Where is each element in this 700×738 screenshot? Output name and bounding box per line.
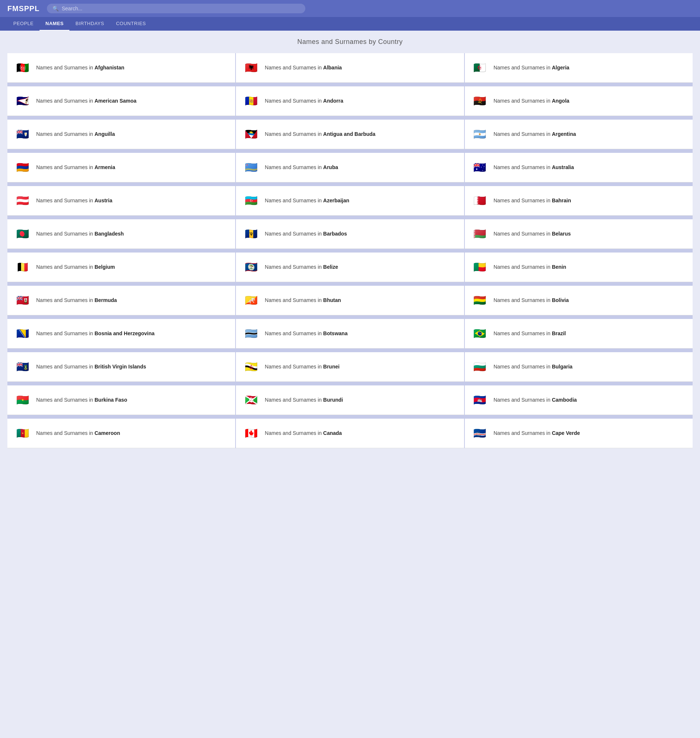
country-label: Names and Surnames in Brunei	[265, 363, 339, 370]
country-flag: 🇦🇺	[471, 161, 489, 174]
country-label: Names and Surnames in Bahrain	[494, 197, 571, 204]
country-label: Names and Surnames in Brazil	[494, 330, 566, 337]
row-separator	[7, 216, 693, 219]
country-card[interactable]: 🇨🇻Names and Surnames in Cape Verde	[465, 419, 693, 448]
row-separator	[7, 183, 693, 185]
country-card[interactable]: 🇦🇸Names and Surnames in American Samoa	[7, 87, 235, 116]
country-card[interactable]: 🇧🇬Names and Surnames in Bulgaria	[465, 352, 693, 382]
country-card[interactable]: 🇧🇦Names and Surnames in Bosnia and Herze…	[7, 319, 235, 348]
country-flag: 🇦🇷	[471, 128, 489, 141]
country-label: Names and Surnames in American Samoa	[36, 97, 137, 105]
countries-grid: 🇦🇫Names and Surnames in Afghanistan🇦🇱Nam…	[7, 53, 693, 448]
country-card[interactable]: 🇰🇭Names and Surnames in Cambodia	[465, 385, 693, 415]
country-card[interactable]: 🇦🇿Names and Surnames in Azerbaijan	[236, 186, 464, 216]
nav-item-names[interactable]: NAMES	[40, 17, 69, 31]
country-card[interactable]: 🇧🇴Names and Surnames in Bolivia	[465, 286, 693, 315]
country-flag: 🇩🇿	[471, 62, 489, 74]
country-flag: 🇧🇾	[471, 228, 489, 240]
country-card[interactable]: 🇧🇿Names and Surnames in Belize	[236, 253, 464, 282]
nav-item-people[interactable]: PEOPLE	[7, 17, 40, 31]
country-card[interactable]: 🇦🇺Names and Surnames in Australia	[465, 153, 693, 182]
main-content: Names and Surnames by Country 🇦🇫Names an…	[0, 31, 700, 456]
country-label: Names and Surnames in Azerbaijan	[265, 197, 349, 204]
country-card[interactable]: 🇦🇮Names and Surnames in Anguilla	[7, 120, 235, 149]
country-flag: 🇧🇲	[13, 294, 32, 307]
country-label: Names and Surnames in Bosnia and Herzego…	[36, 330, 155, 337]
country-label: Names and Surnames in Austria	[36, 197, 112, 204]
country-label: Names and Surnames in Cape Verde	[494, 430, 580, 437]
country-card[interactable]: 🇦🇴Names and Surnames in Angola	[465, 87, 693, 116]
country-card[interactable]: 🇨🇲Names and Surnames in Cameroon	[7, 419, 235, 448]
search-input[interactable]	[62, 6, 300, 12]
country-card[interactable]: 🇦🇬Names and Surnames in Antigua and Barb…	[236, 120, 464, 149]
country-card[interactable]: 🇧🇾Names and Surnames in Belarus	[465, 219, 693, 249]
country-flag: 🇦🇿	[242, 194, 260, 207]
country-card[interactable]: 🇧🇩Names and Surnames in Bangladesh	[7, 219, 235, 249]
country-card[interactable]: 🇧🇹Names and Surnames in Bhutan	[236, 286, 464, 315]
country-flag: 🇦🇫	[13, 62, 32, 74]
country-flag: 🇧🇿	[242, 261, 260, 273]
country-card[interactable]: 🇦🇩Names and Surnames in Andorra	[236, 87, 464, 116]
country-card[interactable]: 🇦🇹Names and Surnames in Austria	[7, 186, 235, 216]
country-label: Names and Surnames in Burundi	[265, 397, 343, 404]
country-label: Names and Surnames in Aruba	[265, 164, 338, 171]
page-title: Names and Surnames by Country	[7, 38, 693, 46]
row-separator	[7, 84, 693, 86]
country-card[interactable]: 🇦🇼Names and Surnames in Aruba	[236, 153, 464, 182]
country-flag: 🇧🇭	[471, 194, 489, 207]
country-card[interactable]: 🇧🇼Names and Surnames in Botswana	[236, 319, 464, 348]
country-label: Names and Surnames in Bulgaria	[494, 363, 573, 370]
logo: FMSPPL	[7, 4, 40, 13]
country-flag: 🇧🇬	[471, 361, 489, 373]
country-flag: 🇧🇷	[471, 328, 489, 340]
country-flag: 🇦🇲	[13, 161, 32, 174]
country-flag: 🇦🇼	[242, 161, 260, 174]
country-card[interactable]: 🇧🇮Names and Surnames in Burundi	[236, 385, 464, 415]
country-label: Names and Surnames in Armenia	[36, 164, 115, 171]
country-label: Names and Surnames in Bhutan	[265, 297, 341, 304]
country-label: Names and Surnames in Belgium	[36, 263, 115, 271]
nav-item-birthdays[interactable]: BIRTHDAYS	[69, 17, 110, 31]
country-card[interactable]: 🇦🇱Names and Surnames in Albania	[236, 53, 464, 83]
country-label: Names and Surnames in Bangladesh	[36, 230, 124, 238]
row-separator	[7, 117, 693, 119]
country-flag: 🇦🇹	[13, 194, 32, 207]
country-card[interactable]: 🇧🇪Names and Surnames in Belgium	[7, 253, 235, 282]
country-card[interactable]: 🇧🇷Names and Surnames in Brazil	[465, 319, 693, 348]
country-card[interactable]: 🇧🇳Names and Surnames in Brunei	[236, 352, 464, 382]
country-label: Names and Surnames in Belarus	[494, 230, 571, 238]
country-card[interactable]: 🇩🇿Names and Surnames in Algeria	[465, 53, 693, 83]
country-card[interactable]: 🇦🇷Names and Surnames in Argentina	[465, 120, 693, 149]
country-card[interactable]: 🇧🇫Names and Surnames in Burkina Faso	[7, 385, 235, 415]
search-icon: 🔍	[53, 6, 59, 12]
country-flag: 🇦🇸	[13, 95, 32, 107]
country-flag: 🇦🇩	[242, 95, 260, 107]
country-flag: 🇧🇦	[13, 328, 32, 340]
country-card[interactable]: 🇧🇲Names and Surnames in Bermuda	[7, 286, 235, 315]
country-flag: 🇻🇬	[13, 361, 32, 373]
row-separator	[7, 150, 693, 152]
country-card[interactable]: 🇧🇯Names and Surnames in Benin	[465, 253, 693, 282]
country-card[interactable]: 🇦🇲Names and Surnames in Armenia	[7, 153, 235, 182]
country-label: Names and Surnames in Cameroon	[36, 430, 120, 437]
search-bar: 🔍	[47, 4, 305, 13]
country-card[interactable]: 🇧🇭Names and Surnames in Bahrain	[465, 186, 693, 216]
country-label: Names and Surnames in Cambodia	[494, 397, 577, 404]
country-label: Names and Surnames in Argentina	[494, 131, 576, 138]
country-flag: 🇦🇴	[471, 95, 489, 107]
country-label: Names and Surnames in Bermuda	[36, 297, 117, 304]
nav-item-countries[interactable]: COUNTRIES	[110, 17, 152, 31]
country-card[interactable]: 🇻🇬Names and Surnames in British Virgin I…	[7, 352, 235, 382]
country-flag: 🇧🇼	[242, 328, 260, 340]
country-flag: 🇧🇴	[471, 294, 489, 307]
country-card[interactable]: 🇨🇦Names and Surnames in Canada	[236, 419, 464, 448]
country-flag: 🇰🇭	[471, 394, 489, 406]
country-label: Names and Surnames in Albania	[265, 64, 342, 72]
country-label: Names and Surnames in Andorra	[265, 97, 343, 105]
country-card[interactable]: 🇦🇫Names and Surnames in Afghanistan	[7, 53, 235, 83]
country-flag: 🇨🇻	[471, 427, 489, 440]
country-label: Names and Surnames in Anguilla	[36, 131, 115, 138]
country-card[interactable]: 🇧🇧Names and Surnames in Barbados	[236, 219, 464, 249]
row-separator	[7, 283, 693, 285]
country-label: Names and Surnames in Burkina Faso	[36, 397, 127, 404]
